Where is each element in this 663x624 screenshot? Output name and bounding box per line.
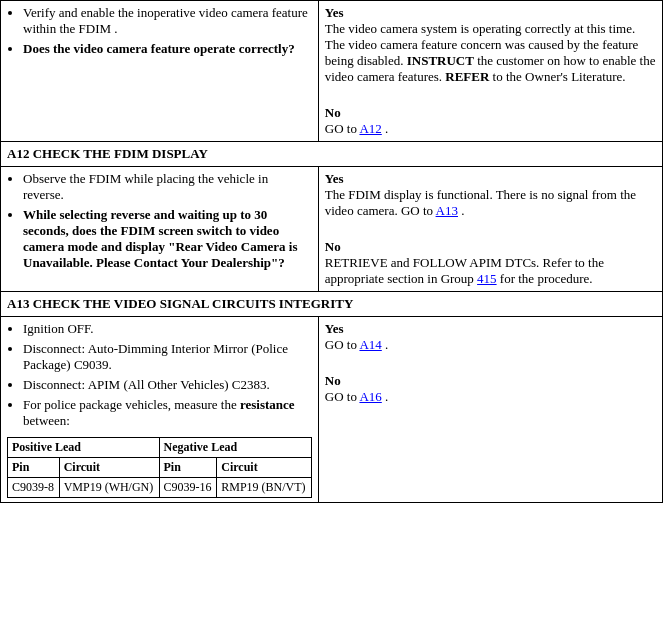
a12-left: Observe the FDIM while placing the vehic… [1,167,319,292]
a13-bullet-2: Disconnect: Auto-Dimming Interior Mirror… [23,341,312,373]
a12-bullet-2: While selecting reverse and waiting up t… [23,207,312,271]
a13-header: A13 CHECK THE VIDEO SIGNAL CIRCUITS INTE… [1,292,663,317]
a13-no-text: GO to A16 . [325,389,389,404]
table-header-row: Positive Lead Negative Lead [8,438,312,458]
a13-no-link[interactable]: A16 [359,389,381,404]
a13-header-row: A13 CHECK THE VIDEO SIGNAL CIRCUITS INTE… [1,292,663,317]
intro-no-text: GO to A12 . [325,121,389,136]
pos-circuit-1: VMP19 (WH/GN) [59,478,159,498]
a13-bullet-3: Disconnect: APIM (All Other Vehicles) C2… [23,377,312,393]
a13-bullet-1: Ignition OFF. [23,321,312,337]
a12-no-link[interactable]: 415 [477,271,497,286]
a12-no-label: No [325,239,656,255]
section-intro-row: Verify and enable the inoperative video … [1,1,663,142]
a13-right: Yes GO to A14 . No GO to A16 . [318,317,662,503]
a12-no-text: RETRIEVE and FOLLOW APIM DTCs. Refer to … [325,255,604,286]
a12-bullet-1: Observe the FDIM while placing the vehic… [23,171,312,203]
pos-pin-1: C9039-8 [8,478,60,498]
intro-right: Yes The video camera system is operating… [318,1,662,142]
neg-pin-1: C9039-16 [159,478,217,498]
intro-left: Verify and enable the inoperative video … [1,1,319,142]
intro-bullet-1: Verify and enable the inoperative video … [23,5,312,37]
pin-col-header-2: Pin [159,458,217,478]
a13-left: Ignition OFF. Disconnect: Auto-Dimming I… [1,317,319,503]
negative-lead-header: Negative Lead [159,438,311,458]
resistance-table: Positive Lead Negative Lead Pin Circuit … [7,437,312,498]
a13-bullet-4: For police package vehicles, measure the… [23,397,312,429]
a12-header: A12 CHECK THE FDIM DISPLAY [1,142,663,167]
neg-circuit-1: RMP19 (BN/VT) [217,478,312,498]
intro-yes-text: The video camera system is operating cor… [325,21,656,84]
a13-no-label: No [325,373,656,389]
intro-no-link[interactable]: A12 [359,121,381,136]
a12-yes-label: Yes [325,171,656,187]
pin-col-header-1: Pin [8,458,60,478]
a12-yes-link[interactable]: A13 [436,203,458,218]
a12-right: Yes The FDIM display is functional. Ther… [318,167,662,292]
a12-content-row: Observe the FDIM while placing the vehic… [1,167,663,292]
circuit-col-header-1: Circuit [59,458,159,478]
a13-yes-label: Yes [325,321,656,337]
a13-yes-text: GO to A14 . [325,337,389,352]
intro-no-label: No [325,105,656,121]
circuit-col-header-2: Circuit [217,458,312,478]
table-subheader-row: Pin Circuit Pin Circuit [8,458,312,478]
positive-lead-header: Positive Lead [8,438,160,458]
intro-bullet-2: Does the video camera feature operate co… [23,41,312,57]
a13-yes-link[interactable]: A14 [359,337,381,352]
intro-yes-label: Yes [325,5,656,21]
a12-yes-text: The FDIM display is functional. There is… [325,187,636,218]
a13-content-row: Ignition OFF. Disconnect: Auto-Dimming I… [1,317,663,503]
main-table: Verify and enable the inoperative video … [0,0,663,503]
a12-header-row: A12 CHECK THE FDIM DISPLAY [1,142,663,167]
table-data-row-1: C9039-8 VMP19 (WH/GN) C9039-16 RMP19 (BN… [8,478,312,498]
